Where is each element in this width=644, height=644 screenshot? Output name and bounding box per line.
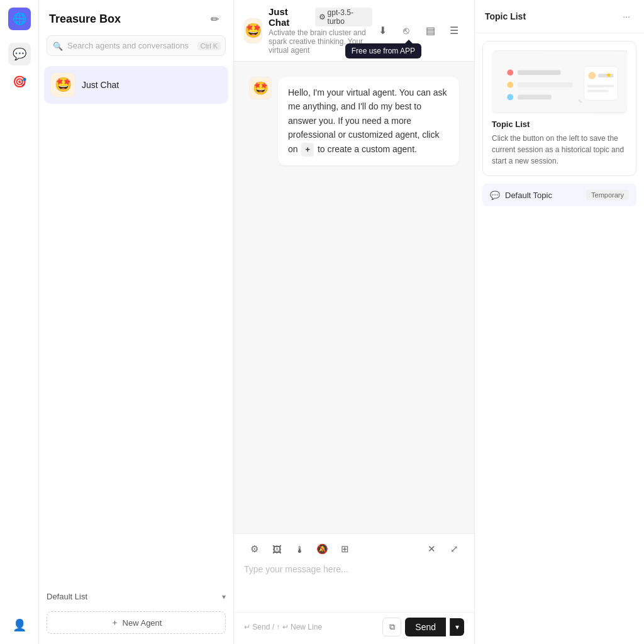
plus-icon: ＋	[111, 617, 119, 628]
search-icon: 🔍	[53, 41, 63, 50]
agent-panel: Treasure Box ✏ 🔍 Ctrl K 🤩 Just Chat Defa…	[39, 0, 234, 644]
menu-button[interactable]: ☰	[444, 21, 464, 41]
svg-point-5	[507, 94, 513, 101]
app-logo[interactable]: 🌐	[8, 8, 31, 30]
clear-button[interactable]: ✕	[421, 539, 441, 559]
agent-avatar: 🤩	[50, 72, 75, 97]
topic-panel-title: Topic List	[485, 11, 526, 21]
expand-button[interactable]: ⤢	[444, 539, 464, 559]
nav-profile-icon[interactable]: 👤	[8, 614, 31, 636]
image-upload-button[interactable]: 🖼	[267, 539, 287, 559]
topic-card-title: Topic List	[492, 119, 627, 129]
svg-rect-10	[587, 85, 614, 87]
panel-toggle-button[interactable]: ▤	[420, 21, 440, 41]
model-badge[interactable]: ⚙ gpt-3.5-turbo	[315, 8, 372, 26]
download-button[interactable]: ⬇	[372, 21, 392, 41]
temperature-button[interactable]: 🌡	[289, 539, 309, 559]
topic-item-name: Default Topic	[505, 191, 552, 200]
chat-input-footer: ↵ Send / ↑ ↵ New Line ⧉ Send ▾	[234, 612, 474, 644]
send-shortcut-hint: ↵ Send / ↑ ↵ New Line	[244, 623, 322, 631]
model-label: gpt-3.5-turbo	[328, 8, 369, 26]
chat-toolbar: ⚙ 🖼 🌡 🔕 ⊞ ✕ ⤢	[234, 533, 474, 564]
chat-agent-avatar: 🤩	[244, 18, 262, 43]
new-chat-button[interactable]: ✏	[206, 10, 223, 28]
chat-agent-name: Just Chat	[269, 6, 310, 28]
search-bar: 🔍 Ctrl K	[47, 35, 226, 56]
icon-sidebar: 🌐 💬 🎯 👤	[0, 0, 39, 644]
default-list-header[interactable]: Default List ▾	[45, 589, 227, 604]
share-button[interactable]: ⎋ Free use from APP	[396, 21, 416, 41]
svg-rect-6	[518, 95, 552, 100]
topic-panel-header: Topic List ···	[475, 0, 644, 33]
message-row: 🤩 Hello, I'm your virtual agent. You can…	[249, 77, 459, 165]
message-bubble: Hello, I'm your virtual agent. You can a…	[278, 77, 459, 165]
send-dropdown-button[interactable]: ▾	[450, 618, 464, 636]
send-actions: ⧉ Send ▾	[382, 618, 464, 636]
agent-panel-header: Treasure Box ✏	[39, 0, 233, 35]
list-item[interactable]: 🤩 Just Chat	[44, 66, 228, 104]
topic-panel: Topic List ··· × ★	[474, 0, 644, 644]
topic-item-icon: 💬	[490, 191, 500, 200]
free-use-tooltip: Free use from APP	[345, 43, 421, 58]
agent-list: 🤩 Just Chat	[39, 64, 233, 584]
copy-button[interactable]: ⧉	[382, 618, 401, 636]
svg-point-8	[588, 72, 596, 79]
svg-rect-7	[584, 67, 618, 101]
svg-rect-4	[518, 82, 573, 87]
default-list-section: Default List ▾	[39, 584, 233, 606]
topic-illustration: ★ ✎	[492, 50, 627, 113]
agent-panel-title: Treasure Box	[49, 13, 121, 26]
new-agent-button[interactable]: ＋ New Agent	[47, 611, 226, 634]
inline-plus-button: +	[301, 143, 314, 157]
topic-default-item[interactable]: 💬 Default Topic Temporary	[482, 184, 636, 206]
topic-card-description: Click the button on the left to save the…	[492, 133, 627, 167]
chat-messages: 🤩 Hello, I'm your virtual agent. You can…	[234, 62, 474, 533]
globe-logo-icon: 🌐	[13, 12, 26, 26]
svg-text:★: ★	[606, 71, 612, 79]
agent-settings-button[interactable]: ⚙	[244, 539, 264, 559]
toolbar-right: ✕ ⤢	[421, 539, 464, 559]
chat-header: 🤩 Just Chat ⚙ gpt-3.5-turbo Activate the…	[234, 0, 474, 62]
topic-menu-button[interactable]: ···	[619, 9, 634, 24]
topic-temporary-tag: Temporary	[586, 190, 629, 200]
chevron-down-icon: ▾	[222, 592, 226, 601]
topic-info-card: × ★ ✎ Topic	[482, 41, 636, 176]
message-text-2: to create a custom agent.	[318, 144, 417, 154]
svg-point-3	[507, 82, 513, 88]
nav-discover-icon[interactable]: 🎯	[8, 70, 31, 93]
chat-input-area	[234, 564, 474, 612]
svg-rect-2	[518, 70, 560, 75]
default-list-label: Default List	[47, 592, 87, 601]
model-icon: ⚙	[319, 13, 326, 21]
chat-header-actions: ⬇ ⎋ Free use from APP ▤ ☰	[372, 21, 464, 41]
topic-card-image: ★ ✎	[492, 50, 627, 113]
nav-chat-icon[interactable]: 💬	[8, 43, 31, 65]
agent-name: Just Chat	[82, 80, 119, 90]
svg-rect-11	[587, 90, 608, 92]
chat-main: 🤩 Just Chat ⚙ gpt-3.5-turbo Activate the…	[234, 0, 474, 644]
search-shortcut: Ctrl K	[197, 42, 221, 50]
svg-point-1	[507, 69, 513, 75]
mute-button[interactable]: 🔕	[312, 539, 332, 559]
send-button[interactable]: Send	[405, 618, 446, 636]
chat-input[interactable]	[244, 564, 464, 602]
message-avatar: 🤩	[249, 77, 272, 99]
svg-text:✎: ✎	[578, 99, 582, 104]
new-agent-label: New Agent	[123, 618, 162, 628]
layout-button[interactable]: ⊞	[335, 539, 355, 559]
